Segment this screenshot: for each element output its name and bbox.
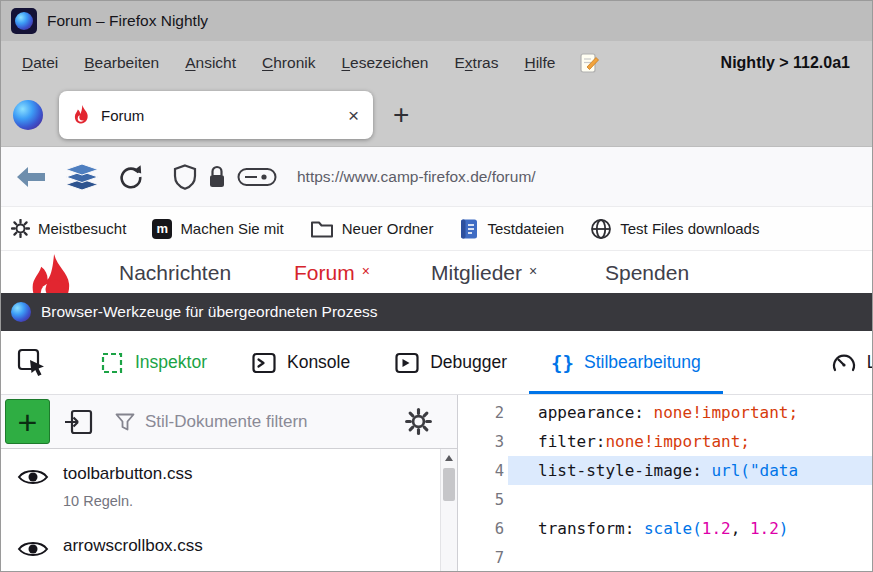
- line-number: 5: [458, 491, 508, 509]
- node-picker-button[interactable]: [11, 348, 53, 378]
- new-tab-button[interactable]: +: [393, 101, 409, 129]
- tab-bar: Forum × +: [1, 84, 872, 147]
- code-line[interactable]: 2 appearance: none!important;: [458, 398, 872, 427]
- import-stylesheet-button[interactable]: [60, 403, 98, 441]
- eye-icon: [17, 538, 49, 560]
- permissions-icon: [237, 166, 277, 188]
- shield-icon: [173, 164, 197, 190]
- page-nav-forum[interactable]: Forum×: [294, 261, 370, 285]
- url-bar[interactable]: https://www.camp-firefox.de/forum/: [297, 168, 536, 186]
- site-logo-link[interactable]: [27, 254, 79, 293]
- bookmark-machen-sie-mit[interactable]: m Machen Sie mit: [152, 219, 283, 239]
- devtools-tab-inspektor[interactable]: Inspektor: [77, 331, 229, 394]
- menu-item-lesezeichen[interactable]: Lesezeichen: [328, 48, 441, 78]
- devtools-banner: Browser-Werkzeuge für übergeordneten Pro…: [1, 293, 872, 331]
- menubar: Datei Bearbeiten Ansicht Chronik Lesezei…: [1, 41, 872, 84]
- nightly-logo-icon: [11, 302, 31, 322]
- devtools-tabbar: Inspektor Konsole Debugger {} Stilbearbe…: [1, 331, 872, 395]
- reload-button[interactable]: [117, 164, 143, 190]
- url-text: https://www.camp-firefox.de/forum/: [297, 168, 536, 185]
- nightly-logo-icon: [15, 12, 33, 30]
- browser-tab-forum[interactable]: Forum ×: [59, 91, 373, 139]
- page-nav-spenden[interactable]: Spenden: [605, 261, 696, 285]
- reload-icon: [117, 164, 143, 190]
- devtools-tab-stilbearbeitung[interactable]: {} Stilbearbeitung: [529, 331, 723, 394]
- code-line-highlighted[interactable]: 4 list-style-image: url("data: [458, 456, 872, 485]
- flame-favicon: [73, 105, 91, 126]
- code-line[interactable]: 3 filter:none!important;: [458, 427, 872, 456]
- devtools-tab-konsole[interactable]: Konsole: [229, 331, 372, 394]
- css-number: 1.2: [702, 519, 731, 538]
- filter-stylesheets-input[interactable]: [145, 412, 360, 432]
- titlebar: Forum – Firefox Nightly: [1, 1, 872, 41]
- menu-item-chronik[interactable]: Chronik: [249, 48, 328, 78]
- style-editor-toolbar: +: [1, 395, 457, 449]
- firefox-view-button[interactable]: [13, 100, 43, 130]
- stylesheet-name: arrowscrollbox.css: [63, 535, 203, 557]
- lock-icon: [207, 164, 227, 190]
- plus-icon: +: [393, 99, 409, 130]
- style-editor-options-button[interactable]: [399, 403, 437, 441]
- line-number: 3: [458, 433, 508, 451]
- scroll-up-button[interactable]: [441, 449, 457, 466]
- code-line[interactable]: 5: [458, 485, 872, 514]
- debugger-icon: [394, 350, 420, 376]
- tab-stack-button[interactable]: [63, 163, 101, 191]
- bookmark-testdateien[interactable]: Testdateien: [459, 218, 564, 240]
- css-url-value: url("data: [711, 461, 798, 480]
- eye-icon: [17, 466, 49, 488]
- style-editor-panel: +: [1, 395, 872, 571]
- line-number: 4: [458, 462, 508, 480]
- page-nav-nachrichten[interactable]: Nachrichten: [119, 261, 238, 285]
- layers-icon: [63, 163, 101, 191]
- console-icon: [251, 350, 277, 376]
- scrollbar-thumb[interactable]: [443, 468, 455, 501]
- menu-item-extras[interactable]: Extras: [442, 48, 512, 78]
- tracking-protection-button[interactable]: [173, 164, 197, 190]
- nightly-version-label: Nightly > 112.0a1: [721, 54, 850, 72]
- globe-icon: [590, 218, 612, 240]
- flame-logo-icon: [27, 254, 79, 293]
- stylesheet-item-arrowscrollbox[interactable]: arrowscrollbox.css: [1, 521, 457, 571]
- mastodon-icon: m: [152, 219, 172, 239]
- menu-item-ansicht[interactable]: Ansicht: [172, 48, 249, 78]
- new-stylesheet-button[interactable]: +: [5, 399, 50, 444]
- bookmark-neuer-ordner[interactable]: Neuer Ordner: [310, 219, 434, 239]
- dropdown-indicator: ×: [529, 263, 537, 279]
- permissions-button[interactable]: [237, 166, 277, 188]
- css-property: list-style-image:: [538, 461, 711, 480]
- dropdown-indicator: ×: [362, 263, 370, 279]
- navigation-toolbar: https://www.camp-firefox.de/forum/: [1, 147, 872, 207]
- back-button[interactable]: [15, 165, 47, 189]
- stylesheet-name: toolbarbutton.css: [63, 463, 192, 485]
- page-nav-mitglieder[interactable]: Mitglieder×: [431, 261, 537, 285]
- code-line[interactable]: 7: [458, 543, 872, 571]
- list-scrollbar[interactable]: [440, 449, 457, 571]
- devtools-tab-debugger[interactable]: Debugger: [372, 331, 529, 394]
- stylesheet-pane: +: [1, 395, 458, 571]
- back-arrow-icon: [15, 165, 47, 189]
- css-property: appearance:: [538, 403, 654, 422]
- notes-extension-button[interactable]: [578, 52, 600, 74]
- visibility-toggle[interactable]: [17, 466, 49, 491]
- notepad-pencil-icon: [578, 52, 600, 74]
- stylesheet-item-toolbarbutton[interactable]: toolbarbutton.css 10 Regeln.: [1, 449, 457, 521]
- browser-window: Forum – Firefox Nightly Datei Bearbeiten…: [0, 0, 873, 572]
- menu-item-datei[interactable]: Datei: [9, 48, 71, 78]
- visibility-toggle[interactable]: [17, 538, 49, 563]
- tab-close-button[interactable]: ×: [348, 106, 359, 125]
- import-icon: [64, 408, 94, 436]
- menu-item-bearbeiten[interactable]: Bearbeiten: [71, 48, 172, 78]
- bookmark-test-files-downloads[interactable]: Test Files downloads: [590, 218, 759, 240]
- code-editor[interactable]: 2 appearance: none!important; 3 filter:n…: [458, 395, 872, 571]
- css-value: none!important;: [654, 403, 799, 422]
- line-number: 6: [458, 520, 508, 538]
- devtools-tab-laufzeitanalyse[interactable]: Lauf: [809, 331, 872, 394]
- filter-funnel-icon: [114, 411, 136, 433]
- code-line[interactable]: 6 transform: scale(1.2, 1.2): [458, 514, 872, 543]
- bookmarks-toolbar: Meistbesucht m Machen Sie mit Neuer Ordn…: [1, 207, 872, 251]
- window-title: Forum – Firefox Nightly: [47, 12, 208, 30]
- bookmark-meistbesucht[interactable]: Meistbesucht: [11, 219, 126, 238]
- identity-lock-button[interactable]: [207, 164, 227, 190]
- menu-item-hilfe[interactable]: Hilfe: [511, 48, 568, 78]
